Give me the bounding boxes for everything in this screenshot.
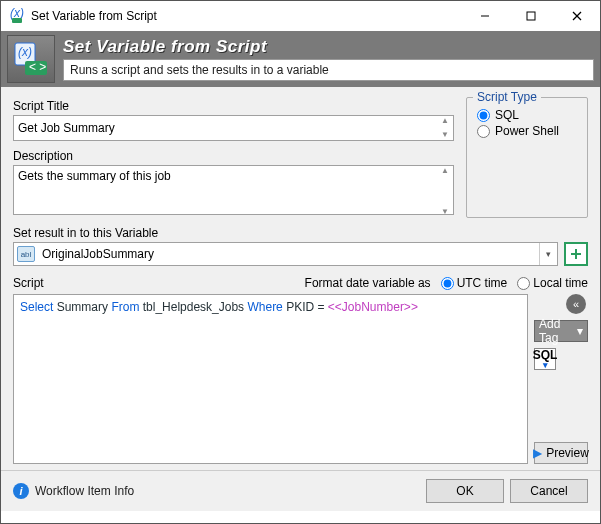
header-subtitle: Runs a script and sets the results in to… bbox=[70, 63, 329, 77]
script-type-group: Script Type SQL Power Shell bbox=[466, 97, 588, 218]
format-label: Format date variable as bbox=[305, 276, 431, 290]
variable-input[interactable] bbox=[38, 243, 539, 265]
play-icon: ▶ bbox=[533, 446, 542, 460]
script-title-label: Script Title bbox=[13, 99, 454, 113]
header-icon: (x) < > bbox=[7, 35, 55, 83]
header-subtitle-bar: Runs a script and sets the results in to… bbox=[63, 59, 594, 81]
chevron-down-icon: ▾ bbox=[543, 361, 548, 370]
script-type-legend: Script Type bbox=[473, 90, 541, 104]
script-editor[interactable]: Select Summary From tbl_Helpdesk_Jobs Wh… bbox=[13, 294, 528, 464]
close-button[interactable] bbox=[554, 1, 600, 31]
sql-helper-button[interactable]: SQL ▾ bbox=[534, 348, 556, 370]
header-strip: (x) < > Set Variable from Script Runs a … bbox=[1, 31, 600, 87]
window-titlebar: (x) Set Variable from Script bbox=[1, 1, 600, 31]
info-icon: i bbox=[13, 483, 29, 499]
add-tag-button[interactable]: Add Tag ▾ bbox=[534, 320, 588, 342]
description-label: Description bbox=[13, 149, 454, 163]
preview-button[interactable]: ▶ Preview bbox=[534, 442, 588, 464]
title-scroll-arrows[interactable]: ▲▼ bbox=[438, 117, 452, 139]
svg-text:< >: < > bbox=[29, 60, 46, 74]
window-title: Set Variable from Script bbox=[31, 9, 462, 23]
footer: i Workflow Item Info OK Cancel bbox=[1, 470, 600, 511]
cancel-button[interactable]: Cancel bbox=[510, 479, 588, 503]
format-utc[interactable]: UTC time bbox=[441, 276, 508, 290]
workflow-item-info-link[interactable]: Workflow Item Info bbox=[35, 484, 134, 498]
app-icon: (x) bbox=[9, 8, 25, 24]
svg-rect-1 bbox=[12, 18, 22, 23]
maximize-button[interactable] bbox=[508, 1, 554, 31]
ok-button[interactable]: OK bbox=[426, 479, 504, 503]
script-title-input[interactable] bbox=[13, 115, 454, 141]
variable-combo[interactable]: abl ▾ bbox=[13, 242, 558, 266]
script-label: Script bbox=[13, 276, 305, 290]
svg-rect-3 bbox=[527, 12, 535, 20]
minimize-button[interactable] bbox=[462, 1, 508, 31]
svg-text:(x): (x) bbox=[18, 45, 32, 59]
collapse-panel-button[interactable]: « bbox=[566, 294, 586, 314]
script-type-powershell[interactable]: Power Shell bbox=[477, 124, 577, 138]
abl-icon: abl bbox=[17, 246, 35, 262]
header-title: Set Variable from Script bbox=[63, 37, 594, 57]
description-input[interactable] bbox=[13, 165, 454, 215]
variable-dropdown-arrow[interactable]: ▾ bbox=[539, 243, 557, 265]
variable-label: Set result in to this Variable bbox=[13, 226, 588, 240]
desc-scroll-arrows[interactable]: ▲▼ bbox=[438, 167, 452, 216]
add-variable-button[interactable] bbox=[564, 242, 588, 266]
script-type-sql[interactable]: SQL bbox=[477, 108, 577, 122]
format-local[interactable]: Local time bbox=[517, 276, 588, 290]
